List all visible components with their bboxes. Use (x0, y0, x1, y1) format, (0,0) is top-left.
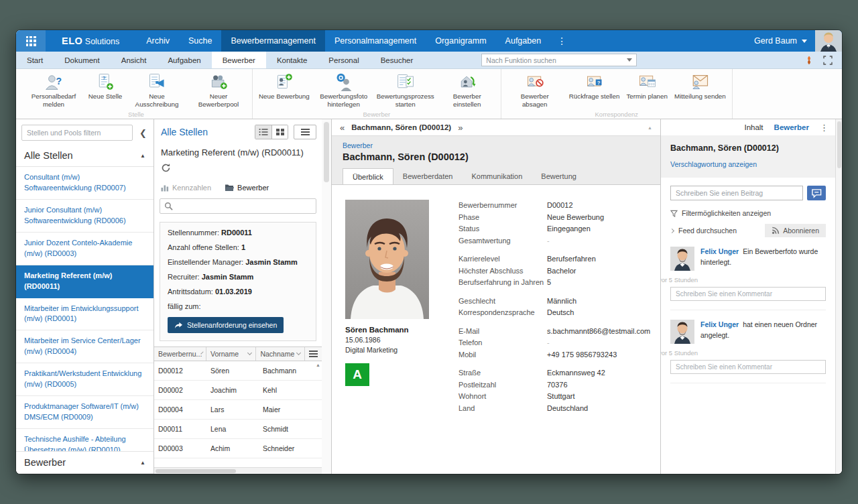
tab-bewerberdaten[interactable]: Bewerberdaten (393, 168, 463, 185)
elo-workflow-icon[interactable] (804, 56, 814, 65)
table-row[interactable]: D00011 Lena Schmidt (154, 420, 322, 439)
tab-ansicht[interactable]: Ansicht (111, 52, 158, 68)
ribbon-button[interactable]: Bewerber einstellen (436, 72, 498, 109)
chevron-down-icon[interactable] (627, 58, 632, 62)
tab-bewerber-list[interactable]: Bewerber (225, 184, 269, 192)
tab-bewertung[interactable]: Bewertung (532, 168, 586, 185)
tab-start[interactable]: Start (16, 52, 54, 68)
ribbon-button[interactable]: Neue Ausschreibung (126, 72, 188, 109)
post-input[interactable] (670, 186, 803, 200)
tab-personal[interactable]: Personal (318, 52, 369, 68)
category-link[interactable]: Bewerber (343, 141, 650, 149)
comment-input[interactable] (670, 360, 826, 374)
function-search-input[interactable] (486, 56, 627, 64)
sidebar-collapse-icon[interactable]: ❮ (137, 128, 149, 138)
tab-dokument[interactable]: Dokument (54, 52, 110, 68)
ribbon-button[interactable]: Neue Bewerbung (255, 72, 313, 109)
feed-panel: Inhalt Bewerber ⋮ Bachmann, Sören (D0001… (660, 119, 835, 474)
menu-item-suche[interactable]: Suche (179, 30, 221, 52)
grid-view-button[interactable] (271, 125, 288, 139)
table-row[interactable]: D00012 Sören Bachmann (154, 361, 322, 381)
ribbon-group-stelle: Personalbedarf melden Neue Stelle Neue A… (20, 69, 253, 119)
menu-item-organigramm[interactable]: Organigramm (426, 30, 495, 52)
breadcrumb-title: Bachmann, Sören (D00012) (351, 123, 451, 131)
feed-user-link[interactable]: Felix Unger (700, 320, 739, 328)
menu-overflow-icon[interactable]: ⋮ (550, 36, 573, 46)
column-header-nachname[interactable]: Nachname (256, 347, 305, 361)
ribbon-group-label: Korrespondenz (501, 111, 732, 118)
tab-kennzahlen[interactable]: Kennzahlen (161, 184, 211, 192)
table-row[interactable]: D00004 Lars Maier (154, 400, 322, 420)
tab-kontakte[interactable]: Kontakte (266, 52, 318, 68)
ribbon-button[interactable]: Mitteilung senden (671, 72, 729, 109)
comment-input[interactable] (670, 287, 826, 301)
table-row[interactable]: D00003 Achim Schneider (154, 439, 322, 458)
position-list-item[interactable]: Produktmanager Software/IT (m/w) DMS/ECM… (16, 396, 154, 429)
tab-besucher[interactable]: Besucher (370, 52, 424, 68)
filter-options-link[interactable]: Filtermöglichkeiten anzeigen (670, 209, 826, 217)
ribbon-button[interactable]: Bewerbungsfoto hinterlegen (313, 72, 375, 109)
panel-menu-button[interactable] (294, 125, 316, 139)
user-avatar[interactable] (815, 30, 842, 52)
position-list-item[interactable]: Junior Dozent Contelo-Akademie (m/w) (RD… (16, 233, 154, 265)
position-list-item-selected[interactable]: Marketing Referent (m/w) (RD00011) (16, 265, 154, 298)
verschlagwortung-link[interactable]: Verschlagwortung anzeigen (670, 160, 826, 168)
table-menu-button[interactable] (305, 347, 322, 361)
menu-item-aufgaben[interactable]: Aufgaben (496, 30, 551, 52)
tab-kommunikation[interactable]: Kommunikation (462, 168, 532, 185)
refresh-button[interactable] (154, 160, 322, 178)
feed-menu-icon[interactable]: ⋮ (820, 123, 829, 133)
applicant-search-input[interactable] (176, 202, 312, 210)
tab-bewerber[interactable]: Bewerber (212, 52, 266, 68)
subscribe-button[interactable]: Abonnieren (765, 224, 826, 237)
menu-item-personalmanagement[interactable]: Personalmanagement (325, 30, 426, 52)
column-header-bewerbernummer[interactable]: Bewerbernu... (154, 347, 206, 361)
applicant-search-box (160, 198, 316, 214)
table-scrollbar[interactable]: ▲ (315, 363, 321, 467)
user-menu[interactable]: Gerd Baum (754, 36, 807, 46)
ribbon-button[interactable]: Bewerber absagen (504, 72, 566, 109)
ribbon-button[interactable]: Neue Stelle (84, 72, 126, 109)
ribbon-button[interactable]: Bewertungsprozess starten (375, 72, 436, 109)
ribbon-button[interactable]: Rückfrage stellen (566, 72, 623, 109)
breadcrumb-prev-icon[interactable]: « (340, 123, 345, 133)
section-alle-stellen[interactable]: Alle Stellen▲ (16, 145, 154, 167)
window-scrollbar[interactable] (835, 119, 842, 474)
position-list-item[interactable]: Mitarbeiter im Service Center/Lager (m/w… (16, 330, 154, 363)
alle-stellen-link[interactable]: Alle Stellen (161, 127, 208, 137)
fullscreen-icon[interactable] (823, 56, 833, 65)
table-row[interactable]: D00002 Joachim Kehl (154, 381, 322, 400)
apps-grid-button[interactable] (16, 30, 46, 52)
applicant-fields: BewerbernummerD00012PhaseNeue BewerbungS… (458, 200, 650, 459)
tab-ueberblick[interactable]: Überblick (343, 168, 393, 185)
position-list-item[interactable]: Consultant (m/w) Softwareentwicklung (RD… (16, 167, 154, 200)
ribbon-button[interactable]: Personalbedarf melden (23, 72, 84, 109)
panel-scrollbar[interactable] (322, 119, 332, 474)
tab-inhalt[interactable]: Inhalt (744, 123, 763, 131)
menu-item-bewerbermanagement[interactable]: Bewerbermanagement (221, 30, 324, 52)
feed-user-avatar[interactable] (670, 247, 694, 271)
position-list-item[interactable]: Mitarbeiter im Entwicklungssupport (m/w)… (16, 298, 154, 331)
top-navigation-bar: ELO Solutions Archiv Suche Bewerbermanag… (16, 30, 842, 52)
feed-user-link[interactable]: Felix Unger (700, 247, 739, 255)
bar-chart-icon (161, 184, 169, 192)
ribbon-button[interactable]: Termin planen (623, 72, 671, 109)
table-horizontal-scrollbar[interactable] (154, 467, 322, 474)
positions-filter-input[interactable] (21, 125, 133, 141)
tab-aufgaben[interactable]: Aufgaben (157, 52, 211, 68)
position-list-item[interactable]: Praktikant/Werkstudent Entwicklung (m/w)… (16, 363, 154, 396)
feed-search-link[interactable]: Feed durchsuchen (678, 227, 737, 235)
scroll-up-icon[interactable]: ▲ (648, 125, 652, 130)
section-bewerber[interactable]: Bewerber▲ (16, 451, 154, 474)
stellenanforderung-button[interactable]: Stellenanforderung einsehen (168, 317, 284, 333)
feed-user-avatar[interactable] (670, 320, 694, 344)
post-button[interactable] (807, 186, 826, 200)
menu-item-archiv[interactable]: Archiv (137, 30, 179, 52)
breadcrumb-next-icon[interactable]: » (458, 123, 463, 133)
position-list-item[interactable]: Junior Consultant (m/w) Softwareentwickl… (16, 200, 154, 233)
column-header-vorname[interactable]: Vorname (206, 347, 256, 361)
ribbon-button[interactable]: Neuer Bewerberpool (188, 72, 249, 109)
tab-bewerber-feed[interactable]: Bewerber (774, 123, 809, 131)
list-view-button[interactable] (255, 125, 271, 139)
position-list-item[interactable]: Technische Aushilfe - Abteilung Übersetz… (16, 429, 154, 451)
